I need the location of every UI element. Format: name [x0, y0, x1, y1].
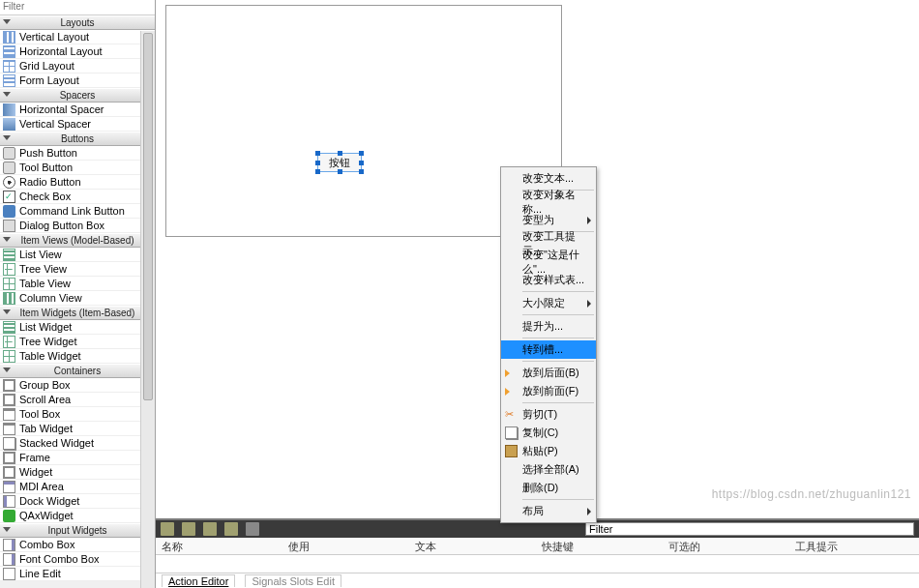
widget-entry[interactable]: Tree View: [0, 262, 155, 277]
menu-separator: [522, 402, 594, 403]
resize-handle[interactable]: [338, 169, 342, 174]
widget-entry[interactable]: Dialog Button Box: [0, 219, 155, 233]
widget-entry-label: MDI Area: [19, 481, 64, 492]
selected-push-button[interactable]: 按钮: [317, 153, 362, 172]
widget-entry[interactable]: Grid Layout: [0, 59, 155, 74]
widget-entry[interactable]: Horizontal Spacer: [0, 103, 155, 117]
paste-action-icon[interactable]: [203, 522, 217, 536]
resize-handle[interactable]: [315, 169, 320, 174]
widget-entry[interactable]: Tool Button: [0, 161, 155, 175]
widget-entry[interactable]: QAxWidget: [0, 509, 155, 523]
context-menu-item[interactable]: 大小限定: [501, 294, 596, 312]
widget-entry-label: Dialog Button Box: [19, 220, 104, 231]
category-header[interactable]: Input Widgets: [0, 523, 155, 538]
action-column-header[interactable]: 可选的: [663, 538, 789, 554]
widget-entry[interactable]: Dock Widget: [0, 494, 155, 509]
menu-separator: [522, 291, 594, 292]
action-column-header[interactable]: 使用: [282, 538, 409, 554]
bottom-tab[interactable]: Action Editor: [162, 574, 235, 587]
context-menu-item[interactable]: 选择全部(A): [501, 460, 596, 479]
widget-entry[interactable]: Table Widget: [0, 349, 155, 364]
resize-handle[interactable]: [359, 169, 364, 174]
widget-entry[interactable]: Column View: [0, 291, 155, 306]
widget-entry[interactable]: Tab Widget: [0, 422, 155, 436]
resize-handle[interactable]: [359, 161, 364, 165]
context-menu-item[interactable]: 转到槽...: [501, 340, 596, 359]
widget-entry[interactable]: Stacked Widget: [0, 436, 155, 451]
context-menu-item[interactable]: 提升为...: [501, 317, 596, 336]
widget-entry[interactable]: List View: [0, 248, 155, 262]
widget-entry[interactable]: Form Layout: [0, 74, 155, 88]
i-h-icon: [3, 45, 15, 58]
context-menu-item[interactable]: 删除(D): [501, 479, 596, 497]
widget-entry-label: List View: [19, 249, 62, 260]
context-menu-item[interactable]: 改变文本...: [501, 169, 596, 188]
context-menu-item[interactable]: 放到后面(B): [501, 364, 596, 382]
i-grid-icon: [3, 60, 15, 73]
widget-entry[interactable]: Tool Box: [0, 407, 155, 422]
widget-entry-label: Dock Widget: [19, 495, 79, 507]
context-menu-label: 改变文本...: [522, 171, 574, 186]
widget-entry[interactable]: Radio Button: [0, 175, 155, 190]
action-filter-input[interactable]: Filter: [585, 522, 914, 536]
delete-action-icon[interactable]: [224, 522, 238, 536]
widget-entry[interactable]: Widget: [0, 465, 155, 480]
context-menu-item[interactable]: 布局: [501, 502, 596, 520]
context-menu-item[interactable]: 变型为: [501, 211, 596, 229]
widget-entry[interactable]: Push Button: [0, 146, 155, 161]
resize-handle[interactable]: [338, 151, 342, 156]
widget-entry[interactable]: Horizontal Layout: [0, 44, 155, 59]
resize-handle[interactable]: [315, 161, 320, 165]
new-action-icon[interactable]: [161, 522, 174, 536]
widget-entry[interactable]: Scroll Area: [0, 393, 155, 407]
configure-icon[interactable]: [246, 522, 259, 536]
i-v-icon: [3, 31, 15, 44]
widget-entry[interactable]: Font Combo Box: [0, 552, 155, 567]
context-menu-item[interactable]: 改变对象名称...: [501, 192, 596, 211]
widget-entry[interactable]: Table View: [0, 277, 155, 291]
context-menu-item[interactable]: ✂剪切(T): [501, 405, 596, 424]
category-header[interactable]: Buttons: [0, 132, 155, 146]
action-column-header[interactable]: 工具提示: [789, 538, 916, 554]
copy-action-icon[interactable]: [182, 522, 195, 536]
widget-entry[interactable]: Group Box: [0, 378, 155, 393]
bottom-tab[interactable]: Signals Slots Edit: [245, 574, 341, 587]
context-menu-label: 选择全部(A): [522, 462, 579, 477]
widgetbox-filter[interactable]: [0, 0, 155, 15]
category-header[interactable]: Item Views (Model-Based): [0, 233, 155, 248]
scrollbar-thumb[interactable]: [143, 33, 153, 400]
resize-handle[interactable]: [359, 151, 364, 156]
widget-entry[interactable]: Line Edit: [0, 567, 155, 581]
widget-entry[interactable]: Combo Box: [0, 538, 155, 552]
action-list-body[interactable]: [156, 555, 919, 573]
widget-entry[interactable]: Frame: [0, 451, 155, 465]
action-column-header[interactable]: 名称: [156, 538, 282, 554]
widgetbox-filter-input[interactable]: [3, 1, 152, 12]
category-header[interactable]: Layouts: [0, 15, 155, 30]
form-canvas-area[interactable]: 按钮 改变文本...改变对象名称...变型为改变工具提示...改变"这是什么".…: [156, 0, 919, 518]
action-column-header[interactable]: 快捷键: [536, 538, 663, 554]
context-menu-item[interactable]: 放到前面(F): [501, 382, 596, 400]
context-menu-item[interactable]: 粘贴(P): [501, 442, 596, 460]
widget-entry[interactable]: Vertical Spacer: [0, 117, 155, 132]
widget-entry[interactable]: Vertical Layout: [0, 30, 155, 44]
widget-entry[interactable]: List Widget: [0, 320, 155, 335]
widget-entry[interactable]: MDI Area: [0, 480, 155, 494]
widget-entry[interactable]: Tree Widget: [0, 335, 155, 349]
widget-entry-label: Horizontal Layout: [19, 45, 103, 57]
resize-handle[interactable]: [315, 151, 320, 156]
widget-entry-label: Table Widget: [19, 350, 81, 362]
category-header[interactable]: Item Widgets (Item-Based): [0, 306, 155, 320]
context-menu-label: 提升为...: [522, 319, 563, 334]
category-header[interactable]: Spacers: [0, 88, 155, 103]
category-header[interactable]: Containers: [0, 364, 155, 378]
widget-entry[interactable]: Check Box: [0, 190, 155, 204]
context-menu-item[interactable]: 改变"这是什么"...: [501, 252, 596, 271]
context-menu-item[interactable]: 复制(C): [501, 424, 596, 442]
widgetbox-scrollbar[interactable]: [140, 31, 155, 588]
paste-icon: [505, 445, 518, 457]
action-column-header[interactable]: 文本: [409, 538, 536, 554]
context-menu-item[interactable]: 改变样式表...: [501, 271, 596, 289]
widget-entry[interactable]: Command Link Button: [0, 204, 155, 219]
widget-entry-label: Form Layout: [19, 74, 79, 86]
